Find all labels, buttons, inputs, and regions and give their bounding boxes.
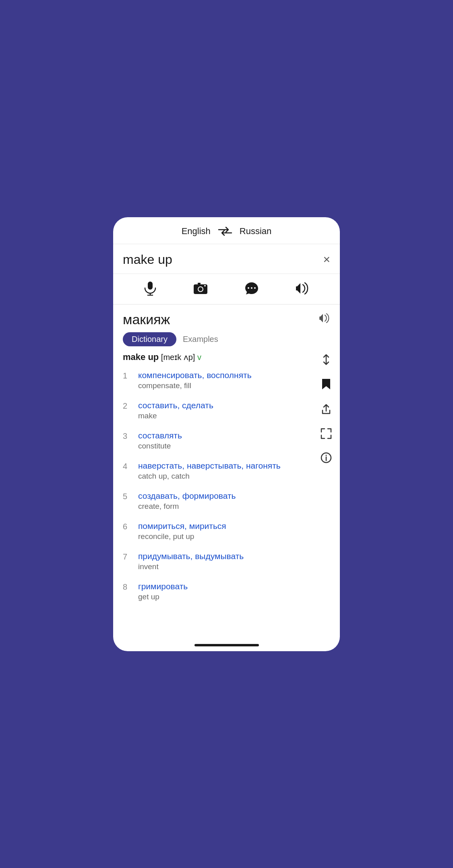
search-bar: make up × bbox=[113, 244, 340, 274]
ipa-text: [meɪk ʌp] bbox=[161, 353, 195, 362]
translation-russian: макияж bbox=[123, 312, 170, 327]
definition-item: 7 придумывать, выдумывать invent bbox=[123, 551, 330, 571]
camera-icon[interactable] bbox=[193, 282, 208, 297]
search-query[interactable]: make up bbox=[123, 252, 323, 267]
def-number: 8 bbox=[123, 582, 132, 601]
info-icon[interactable] bbox=[321, 452, 332, 465]
translation-row: макияж bbox=[123, 312, 330, 327]
definition-item: 3 составлять constitute bbox=[123, 431, 330, 450]
svg-point-14 bbox=[326, 455, 327, 456]
phonetic-line: make up [meɪk ʌp] v bbox=[113, 352, 340, 362]
tab-dictionary[interactable]: Dictionary bbox=[123, 332, 176, 346]
def-content: гримировать get up bbox=[138, 582, 330, 601]
source-language[interactable]: English bbox=[182, 226, 211, 237]
def-english: reconcile, put up bbox=[138, 532, 330, 541]
def-content: помириться, мириться reconcile, put up bbox=[138, 521, 330, 541]
def-russian[interactable]: придумывать, выдумывать bbox=[138, 551, 330, 561]
translation-sound-icon[interactable] bbox=[319, 313, 330, 326]
expand-icon[interactable] bbox=[321, 354, 332, 367]
def-number: 5 bbox=[123, 491, 132, 511]
def-russian[interactable]: компенсировать, восполнять bbox=[138, 370, 330, 380]
bookmark-icon[interactable] bbox=[321, 378, 331, 392]
definition-item: 6 помириться, мириться reconcile, put up bbox=[123, 521, 330, 541]
def-number: 3 bbox=[123, 431, 132, 450]
clear-button[interactable]: × bbox=[323, 253, 330, 265]
definition-item: 1 компенсировать, восполнять compensate,… bbox=[123, 370, 330, 390]
svg-point-5 bbox=[199, 287, 203, 291]
definitions-list: 1 компенсировать, восполнять compensate,… bbox=[113, 370, 340, 637]
def-russian[interactable]: помириться, мириться bbox=[138, 521, 330, 531]
def-number: 7 bbox=[123, 551, 132, 571]
def-content: наверстать, наверстывать, нагонять catch… bbox=[138, 461, 330, 481]
def-number: 2 bbox=[123, 401, 132, 420]
translation-area: макияж Dictionary Examples bbox=[113, 304, 340, 352]
svg-rect-7 bbox=[204, 285, 206, 286]
bottom-bar bbox=[113, 637, 340, 651]
def-number: 6 bbox=[123, 521, 132, 541]
def-content: создавать, формировать create, form bbox=[138, 491, 330, 511]
tabs-row: Dictionary Examples bbox=[123, 332, 330, 346]
def-content: придумывать, выдумывать invent bbox=[138, 551, 330, 571]
svg-point-8 bbox=[248, 287, 249, 289]
def-number: 4 bbox=[123, 461, 132, 481]
def-russian[interactable]: составлять bbox=[138, 431, 330, 440]
action-icons-row bbox=[113, 274, 340, 304]
share-icon[interactable] bbox=[321, 403, 331, 417]
def-english: get up bbox=[138, 592, 330, 601]
tab-examples[interactable]: Examples bbox=[183, 335, 218, 344]
phonetic-word: make up bbox=[123, 352, 159, 362]
fullscreen-icon[interactable] bbox=[321, 428, 332, 441]
chat-icon[interactable] bbox=[244, 282, 259, 298]
definition-item: 2 составить, сделать make bbox=[123, 401, 330, 420]
target-language[interactable]: Russian bbox=[240, 226, 271, 237]
definition-item: 4 наверстать, наверстывать, нагонять cat… bbox=[123, 461, 330, 481]
def-content: составлять constitute bbox=[138, 431, 330, 450]
svg-point-10 bbox=[254, 287, 256, 289]
pos-text: v bbox=[197, 353, 201, 362]
def-russian[interactable]: наверстать, наверстывать, нагонять bbox=[138, 461, 330, 471]
svg-rect-6 bbox=[198, 283, 201, 284]
definition-item: 5 создавать, формировать create, form bbox=[123, 491, 330, 511]
def-english: make bbox=[138, 411, 330, 420]
def-russian[interactable]: создавать, формировать bbox=[138, 491, 330, 501]
def-content: компенсировать, восполнять compensate, f… bbox=[138, 370, 330, 390]
def-russian[interactable]: составить, сделать bbox=[138, 401, 330, 410]
def-number: 1 bbox=[123, 370, 132, 390]
def-english: invent bbox=[138, 562, 330, 571]
def-english: create, form bbox=[138, 502, 330, 511]
def-english: constitute bbox=[138, 442, 330, 450]
home-indicator bbox=[194, 644, 259, 646]
swap-icon[interactable] bbox=[217, 226, 233, 236]
side-actions bbox=[321, 354, 332, 465]
def-english: catch up, catch bbox=[138, 472, 330, 481]
microphone-icon[interactable] bbox=[144, 281, 157, 298]
sound-icon[interactable] bbox=[296, 282, 309, 297]
def-english: compensate, fill bbox=[138, 381, 330, 390]
svg-rect-0 bbox=[148, 282, 153, 290]
svg-point-9 bbox=[251, 287, 252, 289]
def-russian[interactable]: гримировать bbox=[138, 582, 330, 591]
language-bar: English Russian bbox=[113, 217, 340, 244]
phone-container: English Russian make up × bbox=[113, 217, 340, 651]
def-content: составить, сделать make bbox=[138, 401, 330, 420]
definition-item: 8 гримировать get up bbox=[123, 582, 330, 601]
